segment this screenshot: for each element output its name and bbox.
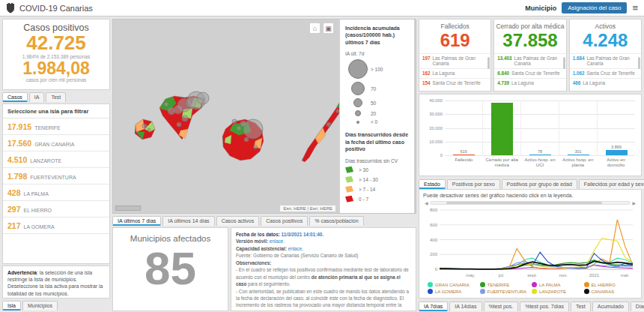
horizontal-scrollbar[interactable]: ◀ ▶ <box>425 200 636 206</box>
link[interactable]: 11/3/2021 14:01:40. <box>282 232 323 237</box>
casos-tabs: Casos IA Test <box>2 91 110 102</box>
tab-estado[interactable]: Estado <box>419 179 446 189</box>
legend-item-el-hierro[interactable]: EL HIERRO <box>584 282 634 287</box>
tab-ia-14-dias[interactable]: IA últimos 14 días <box>162 216 214 226</box>
scale-bar <box>115 206 141 211</box>
tab-isla[interactable]: Isla <box>2 301 21 310</box>
legend-item-la-palma[interactable]: LA PALMA <box>532 282 581 287</box>
tab-ia[interactable]: IA <box>29 92 45 102</box>
tab-ia-7-dias[interactable]: IA últimos 7 días <box>112 216 161 226</box>
scrollbar[interactable] <box>563 57 565 69</box>
bar-column: 301 <box>559 100 597 155</box>
tab-municipios[interactable]: Municipios <box>22 301 58 310</box>
tab-pct-casos-poblacion[interactable]: % casos/población <box>309 216 363 226</box>
scrollbar[interactable] <box>638 57 640 69</box>
info-line: - Con anterioridad, se publicaban en est… <box>236 288 411 312</box>
cerrado-alta-medica-card: Cerrado por alta médica 37.858 13.403Las… <box>493 19 566 92</box>
activos-card: Activos 4.248 1.684Las Palmas de Gran Ca… <box>569 19 642 92</box>
bar <box>606 150 628 155</box>
legend-days-item: > 7 - 14 <box>345 186 409 193</box>
tab-test-pos[interactable]: %test pos. <box>484 302 519 311</box>
info-line: - En el cuadro se reflejan los positivos… <box>236 266 411 287</box>
tab-fallecidos-edad-sexo[interactable]: Fallecidos por edad y sexo <box>579 179 644 189</box>
chart-hint: Puede desactivar series del gráfico haci… <box>423 193 637 198</box>
legend-days-item: > 30 <box>345 166 409 173</box>
bar-category-label: Cerrado por alta médica <box>483 158 521 168</box>
legend-item-canarias[interactable]: CANARIAS <box>584 289 634 294</box>
info-line: Observaciones: <box>236 260 411 266</box>
island-row-fuerteventura[interactable]: 1.798FUERTEVENTURA <box>3 168 109 184</box>
list-item: 6.840Santa Cruz de Tenerife <box>494 68 565 78</box>
asignacion-del-caso-button[interactable]: Asignación del caso <box>562 2 627 14</box>
legend-subtitle: IA últ. 7d <box>345 51 409 56</box>
legend-item-gran-canaria[interactable]: GRAN CANARIA <box>428 282 477 287</box>
island-row-el-hierro[interactable]: 297EL HIERRO <box>3 201 109 218</box>
map-attribution: Esri, HERE | Esri, HERE <box>280 206 335 212</box>
casos-rate: 1.984,08 <box>3 59 109 77</box>
tab-test-pos-7dias[interactable]: %test pos. 7días <box>520 302 569 311</box>
basemap-icon[interactable]: ▣ <box>323 22 334 34</box>
municipios-afectados-card: Municipios afectados 85 <box>112 227 228 311</box>
svg-text:200: 200 <box>430 252 438 256</box>
gobierno-canarias-logo <box>6 3 15 14</box>
map-legend: Incidencia acumulada (casos/100000 hab.)… <box>339 20 414 213</box>
legend-item-fuerteventura[interactable]: FUERTEVENTURA <box>480 289 529 294</box>
tab-acumulado[interactable]: Acumulado <box>592 302 629 311</box>
tab-casos[interactable]: Casos <box>2 92 28 102</box>
bar <box>568 154 589 155</box>
info-line: Versión móvil: enlace. <box>236 238 411 244</box>
legend-days-item: > 14 - 30 <box>345 176 409 183</box>
legend-dot <box>584 289 589 294</box>
link[interactable]: enlace. <box>288 246 303 251</box>
tab-positivos-edad[interactable]: Positivos por grupo de edad <box>502 179 577 189</box>
series-line-chart-card: Puede desactivar series del gráfico haci… <box>419 189 642 298</box>
bar <box>491 103 513 155</box>
tab-ia-14dias[interactable]: IA 14días <box>449 302 482 311</box>
link[interactable]: enlace. <box>270 238 285 244</box>
scrollbar[interactable] <box>487 57 490 69</box>
circle-symbol <box>351 82 365 95</box>
tab-test[interactable]: Test <box>571 302 591 311</box>
list-item: 1.062Santa Cruz de Tenerife <box>570 68 641 78</box>
legend-item-tenerife[interactable]: TENERIFE <box>480 282 529 287</box>
legend-days-title: Días transcurridos desde la fecha del úl… <box>345 131 409 152</box>
home-extent-icon[interactable]: ⌂ <box>309 22 321 34</box>
app-title: COVID-19 Canarias <box>19 4 93 13</box>
circle-symbol <box>348 59 368 79</box>
menu-icon[interactable]: ≡ <box>632 3 638 13</box>
bar-column <box>482 100 520 155</box>
list-item: 1.684Las Palmas de Gran Canaria <box>570 53 641 68</box>
line-chart-legend: GRAN CANARIATENERIFELA PALMAEL HIERROLA … <box>428 282 633 294</box>
series-metric-tabs: IA 7días IA 14días %test pos. %test pos.… <box>419 300 642 311</box>
tab-casos-positivos[interactable]: Casos positivos <box>261 216 308 226</box>
tab-diario[interactable]: Diario <box>631 302 644 311</box>
circle-symbol <box>356 121 359 124</box>
legend-item-lanzarote[interactable]: LANZAROTE <box>532 289 581 294</box>
svg-text:jul.: jul. <box>498 273 505 278</box>
bar-category-label: Fallecido <box>445 158 483 168</box>
left-panel: Casos positivos 42.725 1,984% de 2.153.3… <box>2 19 110 310</box>
color-swatch <box>345 166 353 173</box>
tab-casos-activos[interactable]: Casos activos <box>216 216 260 226</box>
tab-test[interactable]: Test <box>46 92 66 102</box>
legend-item-la-gomera[interactable]: LA GOMERA <box>428 289 477 294</box>
island-row-la-gomera[interactable]: 217LA GOMERA <box>3 218 109 234</box>
island-row-lanzarote[interactable]: 4.510LANZAROTE <box>3 152 109 168</box>
tab-ia-7dias[interactable]: IA 7días <box>419 302 448 311</box>
legend-days-list: > 30> 14 - 30> 7 - 140 - 7 <box>345 166 409 202</box>
svg-text:600: 600 <box>430 223 438 227</box>
scroll-left-icon[interactable]: ◀ <box>425 201 428 206</box>
scrollbar-thumb[interactable] <box>446 202 602 204</box>
island-row-tenerife[interactable]: 17.915TENERIFE <box>3 118 109 135</box>
warning-label: Advertencia <box>7 270 37 275</box>
island-row-la-palma[interactable]: 428LA PALMA <box>3 184 109 201</box>
legend-dot <box>584 282 589 287</box>
legend-dot <box>532 282 537 287</box>
canary-islands-map[interactable]: ⌂ ▣ Esri, HERE | Esri, HERE Incidencia a… <box>112 19 416 214</box>
scroll-right-icon[interactable]: ▶ <box>632 201 636 206</box>
casos-positivos-total: 42.725 <box>3 33 109 53</box>
right-panel: Fallecidos 619 197Las Palmas de Gran Can… <box>419 19 642 310</box>
tab-positivos-sexo[interactable]: Positivos por sexo <box>447 179 500 189</box>
island-row-gran-canaria[interactable]: 17.560GRAN CANARIA <box>3 135 109 152</box>
bar <box>453 154 475 155</box>
